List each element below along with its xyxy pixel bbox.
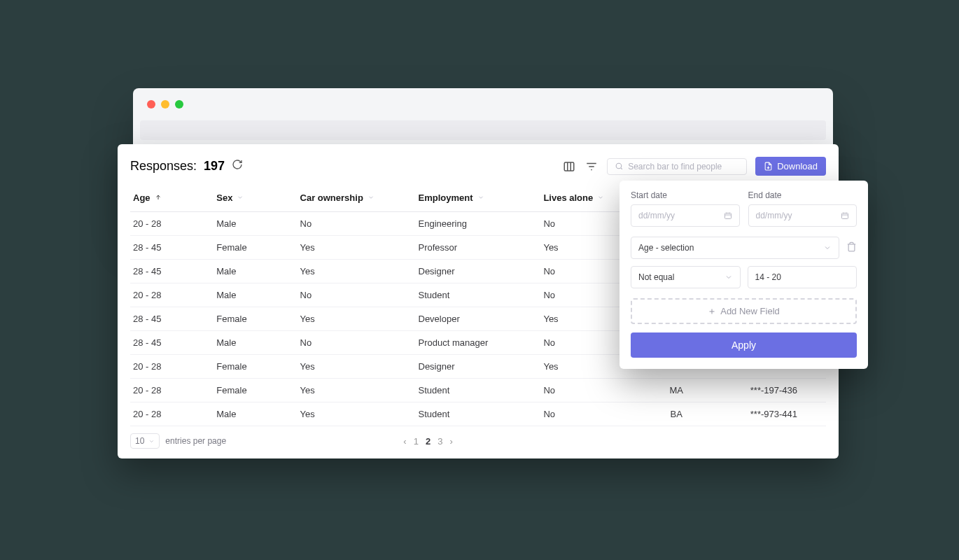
cell-age: 28 - 45: [130, 307, 214, 331]
responses-count: Responses: 197: [130, 159, 243, 174]
download-button[interactable]: Download: [755, 157, 826, 176]
cell-car: Yes: [298, 379, 416, 402]
chevron-down-icon: [597, 194, 604, 201]
cell-lives-alone: Yes: [540, 307, 631, 331]
cell-sex: Female: [214, 355, 297, 379]
cell-phone: ***-973-441: [722, 402, 826, 426]
toolbar: Responses: 197 Search bar to find people…: [130, 157, 826, 176]
calendar-icon: [724, 211, 732, 220]
responses-value: 197: [204, 159, 225, 174]
responses-label: Responses:: [130, 159, 197, 174]
cell-age: 28 - 45: [130, 260, 214, 284]
col-lives-alone[interactable]: Lives alone: [540, 186, 631, 212]
cell-car: Yes: [298, 260, 416, 284]
end-date-label: End date: [748, 190, 858, 200]
chevron-down-icon: [724, 273, 733, 281]
cell-lives-alone: No: [540, 331, 631, 355]
cell-age: 28 - 45: [130, 236, 214, 260]
chevron-down-icon: [237, 194, 244, 201]
sort-asc-icon: [155, 194, 162, 201]
cell-age: 20 - 28: [130, 212, 214, 236]
cell-lives-alone: No: [540, 212, 631, 236]
cell-employment: Student: [416, 402, 541, 426]
cell-lives-alone: Yes: [540, 355, 631, 379]
chevron-down-icon: [148, 438, 155, 444]
end-date-input[interactable]: dd/mm/yy: [748, 204, 858, 227]
cell-employment: Professor: [416, 236, 541, 260]
svg-rect-2: [724, 214, 731, 219]
cell-sex: Male: [214, 284, 297, 307]
cell-lives-alone: No: [540, 402, 631, 426]
chevron-down-icon: [823, 244, 832, 252]
cell-car: Yes: [298, 355, 416, 379]
maximize-window-icon[interactable]: [175, 100, 183, 108]
cell-sex: Female: [214, 307, 297, 331]
cell-age: 20 - 28: [130, 379, 214, 402]
cell-employment: Developer: [416, 307, 541, 331]
svg-rect-0: [564, 162, 574, 171]
close-window-icon[interactable]: [147, 100, 155, 108]
cell-employment: Designer: [416, 260, 541, 284]
col-car[interactable]: Car ownership: [298, 186, 416, 212]
address-bar[interactable]: [140, 120, 826, 140]
cell-employment: Product manager: [416, 331, 541, 355]
col-sex[interactable]: Sex: [214, 186, 297, 212]
traffic-lights: [147, 100, 183, 108]
cell-age: 20 - 28: [130, 284, 214, 307]
download-label: Download: [777, 161, 818, 172]
svg-point-1: [616, 163, 622, 169]
cell-degree: BA: [631, 402, 722, 426]
page-1[interactable]: 1: [414, 436, 419, 447]
cell-sex: Female: [214, 379, 297, 402]
add-field-button[interactable]: Add New Field: [631, 298, 857, 324]
page-prev[interactable]: ‹: [403, 436, 406, 447]
cell-age: 20 - 28: [130, 402, 214, 426]
cell-car: No: [298, 331, 416, 355]
start-date-input[interactable]: dd/mm/yy: [631, 204, 740, 227]
page-next[interactable]: ›: [449, 436, 452, 447]
entries-per-page-select[interactable]: 10: [130, 433, 160, 449]
minimize-window-icon[interactable]: [161, 100, 169, 108]
cell-sex: Male: [214, 212, 297, 236]
start-date-label: Start date: [631, 190, 740, 200]
table-row[interactable]: 20 - 28MaleYesStudentNoBA***-973-441: [130, 402, 826, 426]
cell-phone: ***-197-436: [722, 379, 826, 402]
cell-lives-alone: Yes: [540, 236, 631, 260]
cell-car: Yes: [298, 236, 416, 260]
cell-degree: MA: [631, 379, 722, 402]
page-2[interactable]: 2: [426, 436, 430, 447]
filter-icon[interactable]: [584, 160, 598, 174]
page-3[interactable]: 3: [438, 436, 442, 447]
cell-lives-alone: No: [540, 284, 631, 307]
cell-car: No: [298, 212, 416, 236]
search-icon: [615, 162, 624, 171]
cell-lives-alone: No: [540, 379, 631, 402]
cell-sex: Male: [214, 402, 297, 426]
refresh-icon[interactable]: [232, 159, 243, 174]
filter-operator-select[interactable]: Not equal: [631, 266, 741, 288]
delete-filter-icon[interactable]: [846, 241, 857, 254]
cell-car: No: [298, 284, 416, 307]
entries-label: entries per page: [165, 436, 226, 446]
chevron-down-icon: [477, 194, 484, 201]
search-placeholder: Search bar to find people: [628, 162, 722, 172]
filter-panel: Start date dd/mm/yy End date dd/mm/yy Ag…: [620, 181, 868, 369]
cell-car: Yes: [298, 402, 416, 426]
col-employment[interactable]: Employment: [416, 186, 541, 212]
cell-employment: Student: [416, 284, 541, 307]
svg-rect-3: [842, 214, 848, 219]
cell-age: 20 - 28: [130, 355, 214, 379]
chevron-down-icon: [368, 194, 374, 201]
plus-icon: [708, 307, 716, 316]
calendar-icon: [841, 211, 849, 220]
apply-button[interactable]: Apply: [631, 332, 857, 358]
search-input[interactable]: Search bar to find people: [607, 158, 747, 175]
pagination: ‹ 1 2 3 ›: [403, 436, 452, 447]
cell-age: 28 - 45: [130, 331, 214, 355]
filter-value-input[interactable]: 14 - 20: [748, 266, 858, 288]
table-row[interactable]: 20 - 28FemaleYesStudentNoMA***-197-436: [130, 379, 826, 402]
browser-chrome: [133, 88, 833, 120]
columns-icon[interactable]: [562, 160, 576, 174]
col-age[interactable]: Age: [130, 186, 214, 212]
filter-field-select[interactable]: Age - selection: [631, 237, 839, 259]
